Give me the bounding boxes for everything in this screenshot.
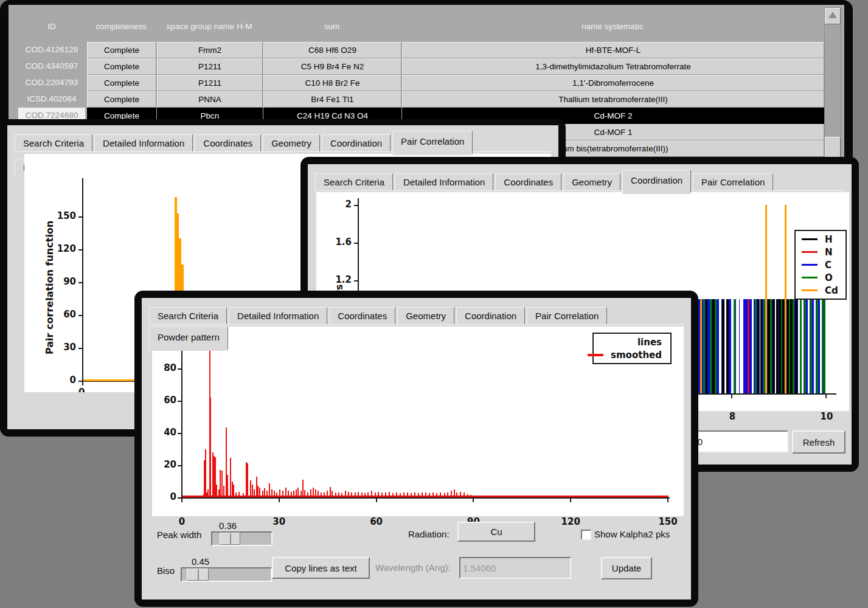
radiation-button[interactable]: Cu	[457, 522, 535, 542]
x-axis-line	[181, 497, 670, 499]
x-tick	[279, 497, 280, 502]
powder-peak	[223, 486, 224, 497]
powder-peak	[269, 483, 270, 497]
column-header: sum	[263, 22, 400, 31]
table-row[interactable]: ICSD.402064CompletePNNABr4 Fe1 Tl1Thalli…	[9, 91, 824, 108]
powder-peak	[210, 398, 211, 497]
powder-peak	[293, 491, 294, 497]
powder-peak	[285, 488, 286, 497]
tab-coordinates[interactable]: Coordinates	[329, 307, 395, 325]
powder-peak	[418, 493, 419, 497]
band-stripe	[822, 299, 824, 393]
update-button[interactable]: Update	[601, 557, 652, 579]
powder-peak	[279, 489, 280, 497]
powder-peak	[351, 492, 352, 497]
tab-detailed-information[interactable]: Detailed Information	[395, 173, 493, 191]
show-kalpha2-checkbox[interactable]	[581, 530, 591, 540]
band-stripe	[700, 299, 702, 393]
cell-sum: C10 H8 Br2 Fe	[263, 75, 401, 91]
y-tick	[354, 243, 358, 244]
powder-peak	[378, 492, 379, 497]
powder-peak	[259, 488, 260, 497]
peak-width-slider-thumb[interactable]	[220, 533, 240, 545]
table-row[interactable]: COD.4340597CompleteP1211C5 H9 Br4 Fe N21…	[9, 58, 824, 75]
tab-coordinates[interactable]: Coordinates	[495, 173, 561, 191]
peak-width-slider[interactable]	[211, 531, 273, 546]
biso-slider[interactable]	[181, 567, 272, 582]
legend-entry: O	[796, 271, 845, 284]
tab-powder-pattern[interactable]: Powder pattern	[149, 326, 228, 349]
tab-coordination[interactable]: Coordination	[322, 134, 391, 152]
tab-pair-correlation[interactable]: Pair Correlation	[392, 131, 473, 153]
powder-peak	[407, 492, 408, 497]
copy-lines-button[interactable]: Copy lines as text	[272, 557, 370, 579]
tab-search-criteria[interactable]: Search Criteria	[149, 307, 227, 325]
band-stripe	[757, 299, 759, 393]
legend-label: H	[825, 234, 833, 245]
band-stripe	[800, 299, 802, 393]
y-tick-label: 80	[155, 362, 176, 373]
legend-entry: N	[796, 246, 845, 258]
y-tick-label: 120	[52, 243, 76, 254]
y-tick-label: 40	[155, 427, 176, 438]
table-row[interactable]: COD.4126128CompleteFmm2C68 Hf6 O29Hf-BTE…	[9, 42, 824, 58]
x-tick	[731, 393, 732, 398]
y-tick-label: 60	[155, 395, 176, 406]
x-tick	[181, 497, 182, 502]
tab-geometry[interactable]: Geometry	[263, 134, 320, 152]
tab-pair-correlation[interactable]: Pair Correlation	[693, 173, 773, 191]
tab-coordination[interactable]: Coordination	[622, 170, 691, 192]
band-stripe	[703, 299, 705, 393]
powder-peak	[451, 491, 452, 497]
tab-geometry[interactable]: Geometry	[397, 307, 454, 325]
tab-search-criteria[interactable]: Search Criteria	[315, 173, 393, 191]
tab-detailed-information[interactable]: Detailed Information	[94, 134, 193, 152]
cd-line	[785, 205, 786, 393]
y-tick-label: 1.2	[327, 274, 352, 285]
legend-label: smoothed	[611, 350, 662, 361]
cell-completeness: Complete	[87, 42, 156, 58]
powder-peak	[454, 489, 455, 497]
column-header: name systematic	[402, 22, 823, 31]
y-tick	[178, 401, 182, 402]
powder-peak	[264, 488, 265, 497]
tab-geometry[interactable]: Geometry	[563, 173, 620, 191]
powder-peak	[318, 491, 319, 497]
powder-peak	[324, 492, 325, 497]
cell-space_group: PNNA	[157, 91, 263, 108]
powder-peak	[345, 491, 346, 497]
scrollbar-up-button[interactable]	[825, 8, 841, 24]
column-header: completeness	[87, 22, 155, 31]
x-tick	[667, 497, 668, 502]
cell-name: 1,3-dimethylimidazolium Tetrabromoferrat…	[402, 58, 824, 75]
band-stripe	[752, 299, 754, 393]
table-scrollbar[interactable]	[824, 7, 841, 171]
powder-peak	[274, 491, 275, 497]
refresh-button[interactable]: Refresh	[792, 430, 845, 454]
tab-coordinates[interactable]: Coordinates	[195, 134, 261, 152]
tab-pair-correlation[interactable]: Pair Correlation	[527, 307, 607, 325]
powder-peak	[422, 492, 423, 497]
powder-peak	[288, 491, 289, 497]
cell-name: Thallium tetrabromoferrate(III)	[402, 91, 824, 108]
tab-coordination[interactable]: Coordination	[456, 307, 525, 325]
powder-peak	[327, 491, 328, 497]
y-tick	[78, 348, 83, 349]
tab-bar: Search CriteriaDetailed InformationCoord…	[149, 302, 684, 326]
legend-label: Cd	[825, 285, 838, 296]
biso-slider-thumb[interactable]	[187, 568, 209, 581]
powder-peak	[235, 492, 237, 497]
powder-peak	[440, 492, 441, 497]
powder-peak	[464, 492, 465, 497]
powder-peak	[444, 493, 445, 497]
x-tick-label: 150	[650, 516, 686, 527]
powder-peak	[447, 492, 448, 497]
y-tick-label: 1.6	[327, 237, 352, 247]
band-stripe	[824, 299, 825, 393]
y-tick	[178, 433, 182, 434]
powder-peak	[321, 492, 322, 497]
tab-search-criteria[interactable]: Search Criteria	[15, 134, 92, 152]
table-row[interactable]: COD.2204793CompleteP1211C10 H8 Br2 Fe1,1…	[9, 75, 824, 91]
tab-detailed-information[interactable]: Detailed Information	[229, 307, 327, 325]
powder-peak	[330, 487, 331, 497]
